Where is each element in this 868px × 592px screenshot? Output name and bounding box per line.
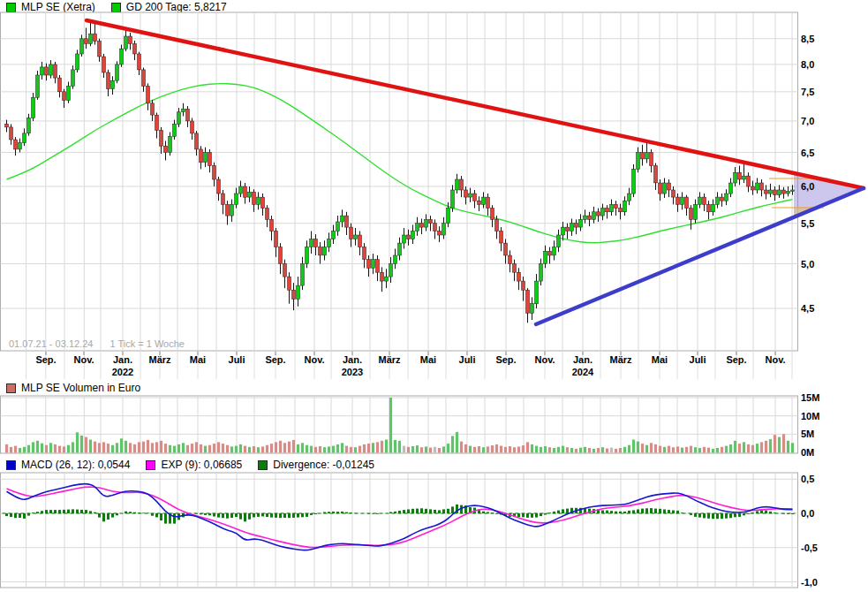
chart-window: MLP SE (Xetra) GD 200 Tage: 5,8217 01.07… — [0, 0, 868, 592]
time-axis-labels: Sep.Nov.Jan.2022MärzMaiJuliSep.Nov.Jan.2… — [35, 354, 785, 377]
svg-text:Nov.: Nov. — [534, 354, 555, 365]
svg-text:Mai: Mai — [190, 354, 206, 365]
time-axis-strip — [26, 352, 792, 380]
svg-text:5,0: 5,0 — [801, 259, 814, 269]
date-range-note: 01.07.21 - 03.12.24 1 Tick = 1 Woche — [9, 338, 199, 349]
svg-text:5M: 5M — [801, 429, 814, 439]
svg-text:Jan.: Jan. — [343, 354, 362, 365]
svg-text:Juli: Juli — [459, 354, 476, 365]
svg-text:8,0: 8,0 — [801, 59, 814, 70]
svg-text:4,5: 4,5 — [801, 303, 814, 314]
svg-text:0,5: 0,5 — [801, 474, 814, 484]
macd-pane — [1, 473, 798, 588]
svg-text:März: März — [148, 354, 171, 365]
chart-canvas: 8,58,07,57,06,56,05,55,04,515M10M5M0M0,5… — [0, 0, 868, 592]
date-range-text: 01.07.21 - 03.12.24 — [9, 338, 93, 349]
svg-text:5,5: 5,5 — [801, 218, 814, 229]
svg-text:10M: 10M — [801, 411, 819, 421]
svg-text:Nov.: Nov. — [765, 354, 785, 365]
svg-text:Mai: Mai — [652, 354, 668, 365]
tick-interval-text: 1 Tick = 1 Woche — [109, 338, 184, 349]
svg-text:März: März — [609, 354, 632, 365]
svg-text:Jan.: Jan. — [573, 354, 593, 365]
svg-text:8,5: 8,5 — [801, 34, 814, 44]
svg-text:Juli: Juli — [229, 354, 245, 365]
svg-text:Sep.: Sep. — [265, 354, 285, 365]
svg-text:2022: 2022 — [112, 367, 133, 377]
svg-text:-0,5: -0,5 — [801, 543, 818, 553]
svg-text:Juli: Juli — [690, 354, 706, 365]
svg-text:0M: 0M — [801, 447, 814, 458]
svg-text:Mai: Mai — [420, 354, 436, 365]
svg-text:0,0: 0,0 — [801, 508, 814, 519]
svg-text:15M: 15M — [801, 392, 819, 403]
svg-text:Nov.: Nov. — [304, 354, 324, 365]
svg-text:7,0: 7,0 — [801, 116, 814, 126]
svg-text:Sep.: Sep. — [495, 354, 516, 365]
svg-text:Sep.: Sep. — [35, 354, 56, 365]
volume-axis-labels: 15M10M5M0M — [801, 392, 819, 458]
macd-axis-labels: 0,50,0-0,5-1,0 — [801, 474, 818, 587]
svg-text:2023: 2023 — [342, 367, 363, 377]
svg-text:2024: 2024 — [572, 367, 594, 377]
svg-text:Nov.: Nov. — [73, 354, 94, 365]
svg-text:März: März — [378, 354, 401, 365]
svg-text:Jan.: Jan. — [113, 354, 132, 365]
svg-text:Sep.: Sep. — [726, 354, 746, 365]
svg-text:6,0: 6,0 — [801, 181, 814, 192]
svg-text:6,5: 6,5 — [801, 148, 814, 158]
svg-text:-1,0: -1,0 — [801, 577, 818, 588]
svg-text:7,5: 7,5 — [801, 87, 814, 97]
